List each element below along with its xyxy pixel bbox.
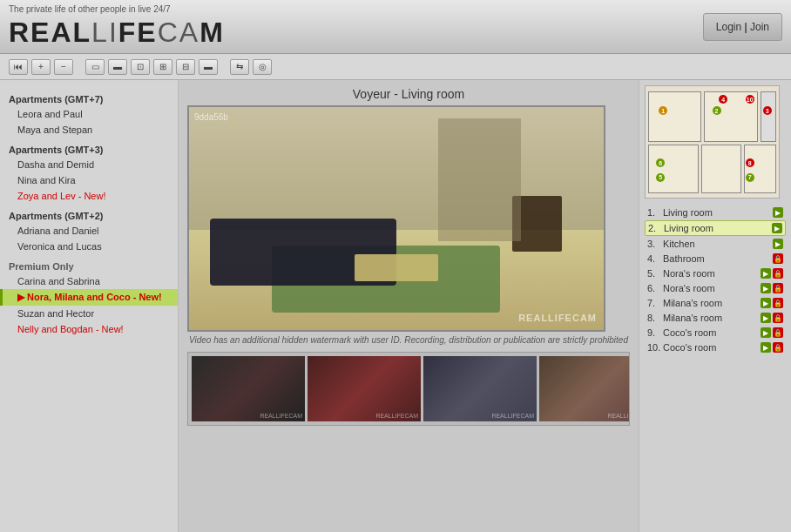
room-status-icon[interactable]: 🔒	[773, 327, 783, 338]
room-list: 1.Living room▶2.Living room▶3.Kitchen▶4.…	[645, 205, 786, 354]
room-status-icon[interactable]: ▶	[761, 342, 771, 353]
room-list-item[interactable]: 6.Nora's room▶🔒	[645, 281, 786, 295]
room-number: 7.	[647, 298, 663, 308]
room-number: 3.	[647, 239, 663, 249]
room-status-icon[interactable]: ▶	[772, 223, 782, 233]
sidebar: Apartments (GMT+7)Leora and PaulMaya and…	[0, 80, 179, 532]
room-list-item[interactable]: 9.Coco's room▶🔒	[645, 326, 786, 340]
fp-dot-2: 2	[713, 106, 721, 115]
room-list-item[interactable]: 7.Milana's room▶🔒	[645, 296, 786, 310]
fp-room-6	[744, 145, 776, 193]
floor-plan: 1 2 3 4 10 6 5 8 7	[645, 85, 780, 199]
auth-area: Login | Join	[703, 13, 782, 41]
fp-room-1	[648, 91, 701, 142]
login-link[interactable]: Login	[716, 21, 741, 33]
header: The private life of other people in live…	[0, 0, 791, 54]
room-status-icon[interactable]: 🔒	[773, 253, 783, 264]
view-4-button[interactable]: ⊞	[153, 59, 172, 75]
room-list-item[interactable]: 1.Living room▶	[645, 205, 786, 219]
room-status-icon[interactable]: 🔒	[773, 298, 783, 308]
sidebar-item[interactable]: Zoya and Lev - New!	[0, 188, 178, 204]
sidebar-item[interactable]: Nelly and Bogdan - New!	[0, 321, 178, 337]
fp-room-4	[648, 145, 699, 193]
share-button[interactable]: ⇆	[230, 59, 249, 75]
room-number: 4.	[647, 253, 663, 264]
view-6-button[interactable]: ▬	[199, 59, 218, 75]
main-layout: Apartments (GMT+7)Leora and PaulMaya and…	[0, 80, 791, 532]
fp-room-5	[701, 145, 741, 193]
eye-button[interactable]: ◎	[253, 59, 272, 75]
room-status-icon[interactable]: 🔒	[773, 342, 783, 353]
sidebar-item[interactable]: Suzan and Hector	[0, 306, 178, 321]
room-name: Nora's room	[663, 283, 759, 293]
thumbnail-4[interactable]: REALLIFECAM	[539, 356, 630, 421]
thumbnail-3[interactable]: REALLIFECAM	[423, 356, 537, 421]
fp-dot-8: 8	[746, 158, 754, 167]
room-status-icon[interactable]: 🔒	[773, 268, 783, 279]
table	[355, 254, 437, 281]
zoom-in-button[interactable]: +	[31, 59, 51, 75]
room-number: 2.	[648, 223, 664, 233]
room-status-icon[interactable]: ▶	[761, 268, 771, 279]
room-name: Coco's room	[663, 327, 759, 338]
room-list-item[interactable]: 8.Milana's room▶🔒	[645, 311, 786, 325]
room-status-icon[interactable]: ▶	[761, 313, 771, 323]
sidebar-section-title: Apartments (GMT+3)	[0, 141, 178, 157]
sidebar-item[interactable]: Adriana and Daniel	[0, 223, 178, 239]
room-list-item[interactable]: 5.Nora's room▶🔒	[645, 266, 786, 280]
room-number: 6.	[647, 283, 663, 293]
room-status-icon[interactable]: 🔒	[773, 313, 783, 323]
fp-dot-3: 3	[763, 106, 772, 115]
room-number: 9.	[647, 327, 663, 338]
sidebar-item[interactable]: Maya and Stepan	[0, 122, 178, 138]
room-number: 1.	[647, 207, 663, 218]
content-area: Voyeur - Living room 9dda56b REALLIFECAM…	[179, 80, 639, 532]
room-list-item[interactable]: 4.Bathroom🔒	[645, 252, 786, 266]
room-status-icon[interactable]: ▶	[773, 239, 783, 249]
room-number: 5.	[647, 268, 663, 279]
sidebar-section-title: Apartments (GMT+7)	[0, 91, 178, 106]
room-status-icon[interactable]: ▶	[761, 327, 771, 338]
sidebar-item[interactable]: Dasha and Demid	[0, 157, 178, 172]
video-area: Voyeur - Living room 9dda56b REALLIFECAM…	[179, 80, 639, 348]
zoom-out-button[interactable]: −	[54, 59, 73, 75]
thumbnail-1[interactable]: REALLIFECAM	[192, 356, 305, 421]
room-name: Kitchen	[663, 239, 771, 249]
video-container[interactable]: 9dda56b REALLIFECAM	[187, 105, 605, 332]
room-status-icon[interactable]: 🔒	[773, 283, 783, 293]
sidebar-item[interactable]: Carina and Sabrina	[0, 273, 178, 289]
right-panel: 1 2 3 4 10 6 5 8 7 1.Living room▶2.Livin…	[639, 80, 791, 532]
sidebar-item[interactable]: ▶ Nora, Milana and Coco - New!	[0, 289, 178, 306]
room-number: 10.	[647, 342, 663, 353]
view-1-button[interactable]: ▭	[85, 59, 105, 75]
sidebar-item[interactable]: Veronica and Lucas	[0, 239, 178, 254]
room-list-item[interactable]: 3.Kitchen▶	[645, 237, 786, 251]
view-2-button[interactable]: ▬	[108, 59, 127, 75]
header-branding: The private life of other people in live…	[9, 4, 225, 49]
room-name: Nora's room	[663, 268, 759, 279]
view-5-button[interactable]: ⊟	[176, 59, 195, 75]
room-status-icon[interactable]: ▶	[773, 207, 783, 218]
first-frame-button[interactable]: ⏮	[9, 59, 28, 75]
room-number: 8.	[647, 313, 663, 323]
room-name: Living room	[663, 207, 771, 218]
sidebar-item[interactable]: Nina and Kira	[0, 172, 178, 188]
fp-dot-10: 10	[746, 95, 754, 104]
room-name: Milana's room	[663, 298, 759, 308]
room-status-icon[interactable]: ▶	[761, 283, 771, 293]
view-3-button[interactable]: ⊡	[131, 59, 150, 75]
logo: REALLIFECAM	[9, 17, 225, 49]
thumbnail-strip: ✕ REALLIFECAM REALLIFECAM REALLIFECAM RE…	[187, 352, 630, 426]
video-notice: Video has an additional hidden watermark…	[187, 335, 630, 345]
room-list-item[interactable]: 10.Coco's room▶🔒	[645, 340, 786, 354]
stairs	[438, 118, 521, 241]
room-name: Milana's room	[663, 313, 759, 323]
video-watermark: REALLIFECAM	[518, 313, 597, 323]
room-list-item[interactable]: 2.Living room▶	[645, 220, 786, 236]
toolbar: ⏮ + − ▭ ▬ ⊡ ⊞ ⊟ ▬ ⇆ ◎	[0, 54, 791, 80]
join-link[interactable]: Join	[750, 21, 769, 33]
room-status-icon[interactable]: ▶	[761, 298, 771, 308]
thumbnail-2[interactable]: REALLIFECAM	[308, 356, 421, 421]
fp-dot-7: 7	[746, 173, 754, 182]
sidebar-item[interactable]: Leora and Paul	[0, 106, 178, 122]
